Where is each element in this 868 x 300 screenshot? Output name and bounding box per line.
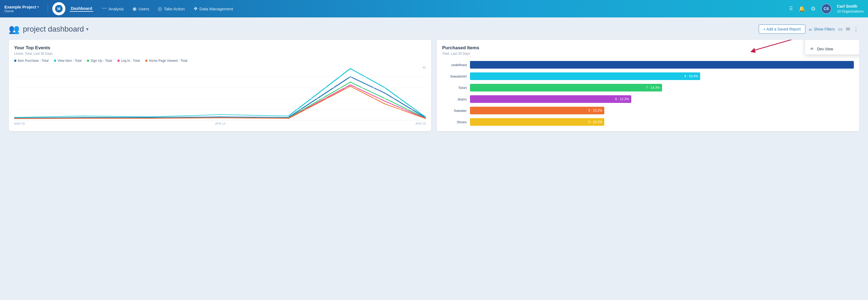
user-orgs: 10 Organizations — [837, 9, 864, 14]
bar-track-2: 7 · 14.3% — [470, 84, 854, 92]
yaxis-min: 0 — [424, 114, 426, 118]
card-subtitle-purchased: Total, Last 30 Days — [442, 52, 854, 56]
bar-label-0: undefined — [442, 63, 467, 67]
main-header: Example Project ▾ Owner M Dashboard 〰 An… — [0, 0, 868, 18]
bar-fill-1: 9 · 18.4% — [470, 72, 700, 80]
dropdown-item-delete[interactable]: 🗑 Delete dashboard — [805, 40, 859, 43]
more-options-button[interactable]: ⋮ — [853, 26, 859, 32]
header-actions: ⠿ 🔔 ⚙ CS Carl Smith 10 Organizations — [789, 3, 864, 14]
bar-row-2: Tshirt 7 · 14.3% — [442, 84, 854, 92]
content-grid: Your Top Events Linear, Total, Last 30 D… — [9, 40, 859, 131]
filter-icon: ⚌ — [809, 27, 812, 31]
bar-value-4: 5 · 10.2% — [588, 109, 602, 112]
dropdown-item-devview[interactable]: 👁 Dev View — [805, 43, 859, 55]
page-header: 👥 project dashboard ▾ + Add a Saved Repo… — [9, 24, 859, 34]
bar-row-3: Jeans 6 · 12.2% — [442, 95, 854, 103]
nav-label-take-action: Take Action — [164, 6, 185, 11]
bar-value-2: 7 · 14.3% — [646, 86, 660, 90]
legend-item-2: Sign Up - Total — [87, 59, 112, 63]
main-nav: 〰 Analysis ◉ Users ◎ Take Action ❖ Data … — [102, 6, 789, 12]
bar-row-5: Shoes 5 · 10.2% — [442, 118, 854, 126]
legend-dot-4 — [145, 60, 147, 62]
xaxis-label-1: APR 14 — [215, 122, 225, 125]
bar-chart: undefined Sweatshirt 9 · 18.4% — [442, 59, 854, 126]
legend-label-0: Item Purchase - Total — [18, 59, 49, 63]
avatar[interactable]: CS — [821, 4, 832, 14]
monitor-icon-button[interactable]: ▭ — [838, 26, 843, 32]
bar-row-4: Sweater 5 · 10.2% — [442, 107, 854, 114]
legend-dot-0 — [14, 60, 17, 62]
logo-icon: M — [55, 5, 63, 12]
page-title-chevron-icon[interactable]: ▾ — [86, 26, 89, 32]
bar-track-0 — [470, 61, 854, 69]
add-report-label: + Add a Saved Report — [764, 27, 801, 31]
nav-item-take-action[interactable]: ◎ Take Action — [158, 6, 185, 12]
grid-line-2 — [14, 88, 426, 88]
grid-line-1 — [14, 77, 426, 77]
legend-dot-1 — [54, 60, 56, 62]
nav-active-label[interactable]: Dashboard — [70, 6, 93, 12]
show-filters-button[interactable]: ⚌ Show Filters — [809, 27, 835, 31]
nav-label-users: Users — [138, 6, 149, 11]
analysis-icon: 〰 — [102, 6, 107, 12]
page-actions: + Add a Saved Report ⚌ Show Filters ▭ ✉ … — [759, 25, 859, 34]
brand-chevron-icon: ▾ — [37, 5, 39, 8]
nav-label-analysis: Analysis — [108, 6, 124, 11]
project-name[interactable]: Example Project ▾ — [4, 5, 43, 9]
nav-item-analysis[interactable]: 〰 Analysis — [102, 6, 124, 12]
page-title-icon: 👥 — [9, 24, 20, 34]
nav-label-data-management: Data Management — [199, 6, 233, 11]
grid-icon[interactable]: ⠿ — [789, 5, 793, 12]
delete-icon: 🗑 — [809, 40, 814, 40]
legend-label-1: View Item - Total — [58, 59, 82, 63]
notifications-icon[interactable]: 🔔 — [799, 5, 805, 12]
grid-line-4 — [14, 109, 426, 109]
line-chart-area: 45 0 — [14, 66, 426, 120]
settings-icon[interactable]: ⚙ — [811, 5, 816, 12]
bar-fill-2: 7 · 14.3% — [470, 84, 662, 92]
card-title-purchased: Purchased Items — [442, 45, 854, 51]
devview-icon: 👁 — [809, 46, 814, 51]
add-saved-report-button[interactable]: + Add a Saved Report — [759, 25, 805, 34]
legend-label-4: Home Page Viewed - Total — [149, 59, 187, 63]
bar-row-1: Sweatshirt 9 · 18.4% — [442, 72, 854, 80]
show-filters-label: Show Filters — [814, 27, 835, 31]
legend-item-3: Log In - Total — [117, 59, 140, 63]
mail-icon-button[interactable]: ✉ — [846, 26, 850, 32]
top-events-legend: Item Purchase - Total View Item - Total … — [14, 59, 426, 63]
card-title-top-events: Your Top Events — [14, 45, 426, 51]
legend-dot-2 — [87, 60, 89, 62]
brand-area[interactable]: Example Project ▾ Owner — [4, 5, 48, 13]
bar-row-0: undefined — [442, 61, 854, 69]
legend-label-2: Sign Up - Total — [90, 59, 112, 63]
bar-fill-4: 5 · 10.2% — [470, 107, 604, 114]
take-action-icon: ◎ — [158, 6, 162, 12]
bar-track-5: 5 · 10.2% — [470, 118, 854, 126]
bar-fill-3: 6 · 12.2% — [470, 95, 631, 103]
xaxis-label-2: APR 29 — [415, 122, 426, 125]
bar-track-1: 9 · 18.4% — [470, 72, 854, 80]
page-title-area: 👥 project dashboard ▾ — [9, 24, 89, 34]
top-events-card: Your Top Events Linear, Total, Last 30 D… — [9, 40, 431, 131]
project-label: Example Project — [4, 5, 36, 9]
logo: M — [52, 2, 65, 15]
brand-role: Owner — [4, 9, 43, 13]
nav-item-data-management[interactable]: ❖ Data Management — [193, 6, 233, 12]
nav-item-users[interactable]: ◉ Users — [132, 6, 149, 12]
page-content: 👥 project dashboard ▾ + Add a Saved Repo… — [0, 18, 868, 300]
bar-value-1: 9 · 18.4% — [684, 74, 698, 78]
dropdown-label-devview: Dev View — [817, 47, 833, 51]
legend-item-1: View Item - Total — [54, 59, 82, 63]
legend-item-4: Home Page Viewed - Total — [145, 59, 187, 63]
bar-value-5: 5 · 10.2% — [588, 120, 602, 124]
bar-label-5: Shoes — [442, 120, 467, 124]
xaxis-label-0: MAR 30 — [14, 122, 25, 125]
bar-track-3: 6 · 12.2% — [470, 95, 854, 103]
user-name: Carl Smith — [837, 3, 864, 9]
bar-label-2: Tshirt — [442, 86, 467, 90]
legend-label-3: Log In - Total — [121, 59, 140, 63]
card-subtitle-top-events: Linear, Total, Last 30 Days — [14, 52, 426, 56]
grid-line-3 — [14, 98, 426, 99]
user-info: Carl Smith 10 Organizations — [837, 3, 864, 14]
line-chart-svg — [14, 66, 426, 120]
